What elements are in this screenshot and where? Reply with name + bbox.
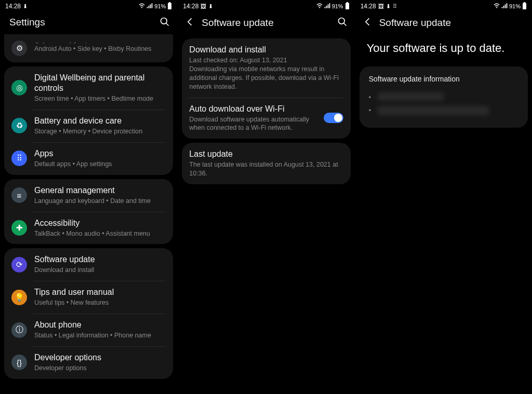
- status-time: 14:28: [5, 3, 21, 10]
- svg-rect-0: [169, 2, 171, 3]
- settings-item-icon: ⚙: [11, 40, 27, 56]
- settings-item-title: About phone: [34, 320, 166, 330]
- settings-item-icon: ✚: [11, 220, 27, 236]
- settings-item[interactable]: ⠿AppsDefault apps • App settings: [4, 142, 173, 175]
- settings-item-title: Apps: [34, 148, 166, 159]
- signal-icon: [324, 3, 330, 9]
- status-time: 14:28: [361, 3, 376, 10]
- settings-item-sub: Status • Legal information • Phone name: [34, 331, 166, 340]
- settings-item[interactable]: ⚙Advanced featuresAndroid Auto • Side ke…: [4, 34, 173, 62]
- card-last-update: Last updateThe last update was installed…: [182, 143, 350, 184]
- settings-item-sub: Language and keyboard • Date and time: [34, 197, 166, 206]
- settings-item[interactable]: ⟳Software updateDownload and install: [4, 248, 173, 281]
- settings-item-sub: Developer options: [34, 364, 166, 373]
- settings-item[interactable]: 💡Tips and user manualUseful tips • New f…: [4, 281, 173, 314]
- settings-item-icon: ⠿: [11, 151, 27, 166]
- settings-item-title: Battery and device care: [34, 116, 166, 126]
- card-update-options: Download and installLast checked on: Aug…: [182, 38, 350, 139]
- header: Software update: [178, 11, 354, 34]
- settings-item-sub: Default apps • App settings: [34, 160, 166, 169]
- redacted-line: [377, 106, 489, 115]
- toggle-switch[interactable]: [324, 113, 343, 123]
- uptodate-message: Your software is up to date.: [355, 34, 532, 63]
- svg-rect-4: [346, 2, 348, 3]
- search-icon[interactable]: [159, 17, 170, 29]
- wifi-icon: [494, 3, 500, 9]
- list-item-title: Download and install: [189, 45, 343, 55]
- page-title: Software update: [202, 17, 330, 29]
- svg-rect-9: [523, 3, 526, 9]
- settings-item-sub: Download and install: [34, 266, 166, 275]
- settings-item-icon: ⓘ: [11, 322, 27, 338]
- settings-item-title: General management: [34, 185, 166, 196]
- settings-item[interactable]: {}Developer optionsDeveloper options: [4, 346, 173, 379]
- list-item[interactable]: Last updateThe last update was installed…: [182, 143, 350, 184]
- settings-item[interactable]: ♻Battery and device careStorage • Memory…: [4, 110, 173, 142]
- header: Settings: [0, 11, 177, 34]
- list-item[interactable]: Auto download over Wi-FiDownload softwar…: [182, 98, 350, 139]
- settings-item-sub: Storage • Memory • Device protection: [34, 127, 166, 136]
- list-item-title: Last update: [189, 149, 343, 159]
- settings-item[interactable]: ✚AccessibilityTalkBack • Mono audio • As…: [4, 212, 173, 244]
- settings-item-title: Software update: [34, 254, 166, 265]
- battery-text: 91%: [332, 3, 343, 9]
- settings-item-sub: Android Auto • Side key • Bixby Routines: [34, 45, 166, 53]
- list-item-sub: Download software updates automatically …: [189, 115, 316, 133]
- status-bar: 14:28 🖼 ⬇ ⠿ 91%: [355, 0, 532, 11]
- download-icon: ⬇: [386, 4, 391, 9]
- settings-group: ◎Digital Wellbeing and parental controls…: [4, 66, 173, 175]
- list-item-sub: Last checked on: August 13, 2021 Downloa…: [189, 56, 343, 91]
- svg-line-3: [166, 23, 169, 26]
- settings-group: ⟳Software updateDownload and install💡Tip…: [4, 248, 173, 379]
- info-header: Software update information: [369, 75, 518, 83]
- settings-item[interactable]: ⓘAbout phoneStatus • Legal information •…: [4, 314, 173, 346]
- back-icon[interactable]: [185, 17, 195, 29]
- svg-rect-8: [524, 2, 526, 3]
- settings-item-icon: ♻: [11, 118, 27, 133]
- settings-item-title: Advanced features: [34, 40, 166, 44]
- svg-point-2: [161, 18, 167, 24]
- card-software-update-info: Software update information • •: [360, 66, 528, 128]
- list-item-title: Auto download over Wi-Fi: [189, 104, 316, 114]
- panel-up-to-date: 14:28 🖼 ⬇ ⠿ 91% Software update Your sof…: [355, 0, 532, 394]
- wifi-icon: [316, 3, 323, 9]
- gallery-icon: 🖼: [378, 4, 384, 9]
- settings-item-title: Developer options: [34, 352, 166, 363]
- panel-settings: 14:28 ⬇ 91% Settings ⚙Advanced featuresA…: [0, 0, 177, 394]
- settings-item-sub: Screen time • App timers • Bedtime mode: [34, 94, 166, 103]
- battery-icon: [167, 2, 172, 10]
- settings-item-title: Tips and user manual: [34, 287, 166, 297]
- settings-item-icon: 💡: [11, 290, 27, 305]
- wifi-icon: [139, 3, 145, 9]
- page-title: Software update: [379, 17, 525, 29]
- status-time: 14:28: [183, 3, 198, 10]
- svg-line-7: [343, 23, 346, 26]
- back-icon[interactable]: [363, 17, 373, 29]
- settings-item-title: Digital Wellbeing and parental controls: [34, 73, 166, 93]
- svg-point-6: [338, 18, 344, 24]
- list-item[interactable]: Download and installLast checked on: Aug…: [182, 38, 350, 98]
- status-bar: 14:28 ⬇ 91%: [0, 0, 177, 11]
- list-item-sub: The last update was installed on August …: [189, 160, 343, 178]
- settings-item-icon: ⟳: [11, 257, 27, 273]
- settings-item-icon: ◎: [11, 80, 27, 96]
- svg-rect-5: [345, 3, 349, 9]
- download-icon: ⬇: [23, 4, 28, 9]
- header: Software update: [355, 11, 532, 34]
- battery-text: 91%: [154, 3, 166, 9]
- apps-icon: ⠿: [393, 4, 397, 9]
- settings-item[interactable]: ≡General managementLanguage and keyboard…: [4, 179, 173, 212]
- settings-item-icon: {}: [11, 355, 27, 370]
- settings-item-icon: ≡: [11, 187, 27, 203]
- battery-icon: [522, 2, 527, 10]
- page-title: Settings: [7, 17, 153, 29]
- download-icon: ⬇: [208, 4, 213, 9]
- search-icon[interactable]: [337, 17, 348, 29]
- signal-icon: [147, 3, 153, 9]
- settings-group: ≡General managementLanguage and keyboard…: [4, 179, 173, 244]
- settings-item[interactable]: ◎Digital Wellbeing and parental controls…: [4, 66, 173, 110]
- settings-item-sub: TalkBack • Mono audio • Assistant menu: [34, 229, 166, 238]
- signal-icon: [501, 3, 508, 9]
- panel-software-update: 14:28 🖼 ⬇ 91% Software update Download a…: [177, 0, 354, 394]
- gallery-icon: 🖼: [201, 4, 206, 9]
